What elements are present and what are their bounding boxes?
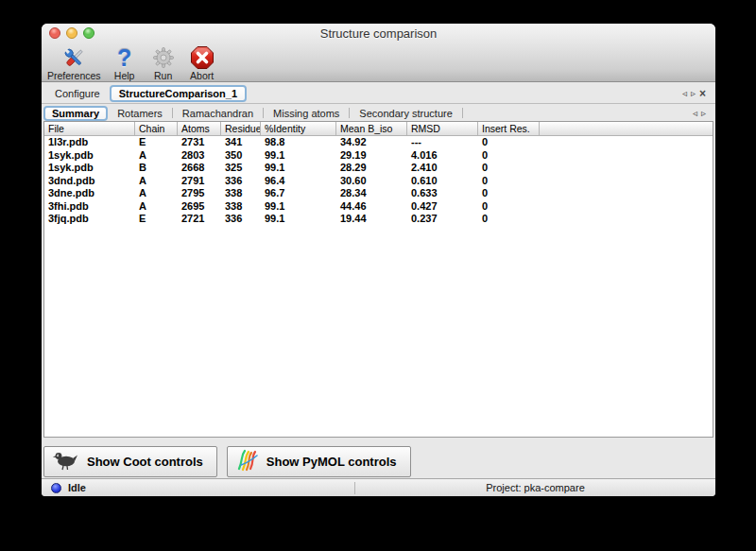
structure-comparison-window: Structure comparison	[42, 24, 715, 496]
cell-rmsd: 4.016	[407, 149, 478, 163]
cell-mean-b-iso: 19.44	[336, 213, 407, 226]
tab-prev-icon[interactable]: ◃	[682, 89, 687, 98]
cell-file: 3fjq.pdb	[44, 213, 135, 226]
tab-secondary-structure[interactable]: Secondary structure	[350, 108, 461, 119]
bottom-controls: Show Coot controls Show PyMOL controls	[43, 446, 411, 477]
cell-atoms: 2731	[178, 136, 221, 149]
table-row[interactable]: 3fhi.pdb A 2695 338 99.1 44.46 0.427 0	[44, 200, 713, 214]
cell-insert-res: 0	[478, 213, 540, 226]
cell-insert-res: 0	[478, 162, 540, 175]
cell-residues: 341	[221, 136, 261, 149]
cell-residues: 338	[221, 200, 261, 214]
table-row[interactable]: 3fjq.pdb E 2721 336 99.1 19.44 0.237 0	[44, 213, 713, 226]
preferences-button[interactable]: Preferences	[47, 43, 101, 81]
preferences-label: Preferences	[47, 71, 101, 81]
header-residues[interactable]: Residues	[221, 122, 261, 135]
cell-mean-b-iso: 34.92	[336, 136, 407, 149]
tab-configure[interactable]: Configure	[45, 88, 110, 99]
header-mean-b-iso[interactable]: Mean B_iso	[336, 122, 407, 135]
cell-file: 3dne.pdb	[44, 187, 135, 200]
cell-rmsd: 0.633	[407, 187, 478, 200]
cell-chain: E	[135, 213, 178, 226]
window-chrome: Structure comparison	[42, 24, 715, 82]
help-button[interactable]: ? Help	[110, 43, 140, 81]
table-row[interactable]: 1l3r.pdb E 2731 341 98.8 34.92 --- 0	[44, 136, 713, 149]
section-next-icon[interactable]: ▹	[701, 109, 706, 118]
show-coot-controls-button[interactable]: Show Coot controls	[43, 446, 217, 477]
cell-residues: 336	[221, 213, 261, 226]
cell-rmsd: 0.237	[407, 213, 478, 226]
cell-residues: 336	[221, 175, 261, 188]
show-pymol-controls-button[interactable]: Show PyMOL controls	[227, 446, 411, 477]
header-identity[interactable]: %Identity	[261, 122, 336, 135]
show-coot-controls-label: Show Coot controls	[87, 455, 203, 469]
cell-chain: A	[135, 200, 178, 214]
tab-next-icon[interactable]: ▹	[691, 89, 696, 98]
cell-chain: A	[135, 175, 178, 188]
cell-file: 3dnd.pdb	[44, 175, 135, 188]
project-label: Project: pka-compare	[355, 482, 715, 493]
table-row[interactable]: 1syk.pdb B 2668 325 99.1 28.29 2.410 0	[44, 162, 713, 175]
cell-file: 1l3r.pdb	[44, 136, 135, 149]
toolbar: Preferences ? Help	[47, 43, 217, 81]
header-chain[interactable]: Chain	[135, 122, 178, 135]
tab-close-icon[interactable]: ×	[699, 89, 706, 98]
status-text: Idle	[68, 482, 86, 493]
cell-mean-b-iso: 28.34	[336, 187, 407, 200]
status-bar: Idle Project: pka-compare	[42, 478, 715, 496]
summary-table: File Chain Atoms Residues %Identity Mean…	[43, 121, 713, 438]
section-prev-icon[interactable]: ◃	[693, 109, 697, 118]
cell-identity: 99.1	[261, 149, 336, 163]
cell-identity: 99.1	[261, 213, 336, 226]
table-header: File Chain Atoms Residues %Identity Mean…	[44, 122, 713, 136]
gear-icon	[152, 44, 175, 71]
document-tab-bar: Configure StructureComparison_1 ◃ ▹ ×	[42, 83, 715, 104]
table-row[interactable]: 1syk.pdb A 2803 350 99.1 29.19 4.016 0	[44, 149, 713, 163]
tools-icon	[61, 44, 87, 71]
header-insert-res[interactable]: Insert Res.	[478, 122, 540, 135]
tab-separator	[462, 108, 463, 118]
help-label: Help	[114, 71, 135, 81]
cell-residues: 338	[221, 187, 261, 200]
tab-structurecomparison-1[interactable]: StructureComparison_1	[110, 85, 247, 102]
header-filler	[540, 122, 713, 135]
pymol-icon	[235, 448, 260, 475]
header-file[interactable]: File	[44, 122, 135, 135]
cell-chain: A	[135, 187, 178, 200]
tab-missing-atoms[interactable]: Missing atoms	[264, 108, 349, 119]
cell-identity: 99.1	[261, 162, 336, 175]
status-dot-icon	[51, 483, 61, 493]
help-icon: ?	[117, 44, 131, 71]
header-atoms[interactable]: Atoms	[178, 122, 221, 135]
run-button[interactable]: Run	[148, 43, 179, 81]
tab-ramachandran[interactable]: Ramachandran	[173, 108, 263, 119]
cell-file: 1syk.pdb	[44, 149, 135, 163]
cell-chain: B	[135, 162, 178, 175]
cell-atoms: 2695	[178, 200, 221, 214]
title-bar[interactable]: Structure comparison	[42, 24, 715, 43]
section-tab-bar: Summary Rotamers Ramachandran Missing at…	[42, 105, 715, 121]
cell-chain: A	[135, 149, 178, 163]
tab-summary[interactable]: Summary	[43, 106, 108, 121]
cell-atoms: 2668	[178, 162, 221, 175]
cell-rmsd: 2.410	[407, 162, 478, 175]
cell-mean-b-iso: 30.60	[336, 175, 407, 188]
cell-atoms: 2791	[178, 175, 221, 188]
run-label: Run	[154, 71, 172, 81]
table-row[interactable]: 3dne.pdb A 2795 338 96.7 28.34 0.633 0	[44, 187, 713, 200]
cell-identity: 96.7	[261, 187, 336, 200]
window-title: Structure comparison	[42, 26, 715, 41]
cell-file: 3fhi.pdb	[44, 200, 135, 214]
abort-button[interactable]: Abort	[187, 43, 217, 81]
tab-rotamers[interactable]: Rotamers	[108, 108, 172, 119]
cell-identity: 99.1	[261, 200, 336, 214]
cell-rmsd: 0.610	[407, 175, 478, 188]
header-rmsd[interactable]: RMSD	[407, 122, 478, 135]
cell-insert-res: 0	[478, 149, 540, 163]
cell-atoms: 2803	[178, 149, 221, 163]
cell-residues: 350	[221, 149, 261, 163]
cell-atoms: 2795	[178, 187, 221, 200]
cell-atoms: 2721	[178, 213, 221, 226]
table-row[interactable]: 3dnd.pdb A 2791 336 96.4 30.60 0.610 0	[44, 175, 713, 188]
cell-identity: 98.8	[261, 136, 336, 149]
